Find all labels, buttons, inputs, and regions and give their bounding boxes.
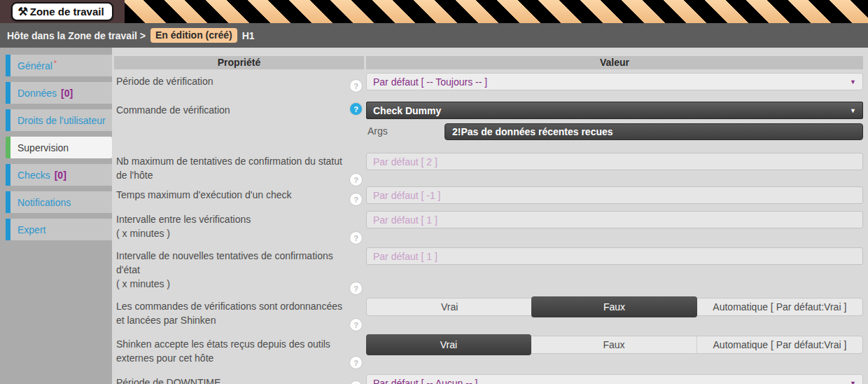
property-label: Commande de vérification [116, 104, 230, 116]
property-label-cell: Temps maximum d'exécution d'un check ? [114, 186, 364, 202]
property-label: Nb maximum de tentatives de confirmation… [116, 156, 342, 181]
check-timeout-input[interactable] [366, 186, 863, 204]
table-header: Propriété Valeur [114, 56, 863, 69]
property-label-cell: Intervalle de nouvelles tentatives de co… [114, 247, 364, 291]
breadcrumb-path: Hôte dans la Zone de travail > [7, 30, 146, 41]
help-icon[interactable]: ? [350, 103, 362, 115]
help-icon[interactable]: ? [350, 319, 362, 331]
table-row: Temps maximum d'exécution d'un check ? [114, 186, 863, 204]
help-icon[interactable]: ? [350, 381, 362, 384]
property-column-header: Propriété [114, 56, 364, 69]
help-icon[interactable]: ? [350, 174, 362, 186]
property-label: Période de vérification [116, 76, 214, 87]
args-input[interactable] [444, 123, 863, 140]
command-args-row: Args [366, 123, 863, 140]
sidebar-item-droits-utilisateur[interactable]: Droits de l'utilisateur [6, 109, 112, 131]
chevron-down-icon: ▼ [850, 107, 856, 114]
help-icon[interactable]: ? [350, 282, 362, 294]
sidebar-item-label: Droits de l'utilisateur [18, 115, 106, 126]
active-checks-toggle: Vrai Faux Automatique [ Par défaut:Vrai … [366, 298, 863, 316]
check-command-select[interactable]: Check Dummy ▼ [366, 102, 863, 119]
tools-icon: ⚒ [18, 6, 27, 18]
table-row: Les commandes de vérifications sont ordo… [114, 298, 863, 327]
max-check-attempts-input[interactable] [366, 153, 863, 170]
chevron-down-icon: ▼ [850, 380, 856, 384]
check-period-select[interactable]: Par défaut [ -- Toujours -- ] ▼ [366, 73, 863, 90]
property-label: Intervalle de nouvelles tentatives de co… [116, 249, 347, 277]
help-icon[interactable]: ? [350, 80, 362, 92]
help-icon[interactable]: ? [350, 193, 362, 205]
property-label-cell: Période de DOWNTIME ? [114, 374, 364, 384]
table-row: Période de vérification ? Par défaut [ -… [114, 73, 863, 90]
property-label-cell: Intervalle entre les vérifications ( x m… [114, 211, 364, 240]
table-row: Période de DOWNTIME ? Par défaut [ -- Au… [114, 374, 863, 384]
retry-interval-input[interactable] [366, 247, 863, 265]
sidebar-item-expert[interactable]: Expert [6, 219, 112, 240]
downtime-period-select[interactable]: Par défaut [ -- Aucun -- ] ▼ [366, 374, 863, 384]
value-column-header: Valeur [366, 56, 863, 69]
required-marker: * [54, 59, 57, 67]
help-icon[interactable]: ? [350, 232, 362, 244]
sidebar-item-donnees[interactable]: Données [0] [6, 82, 112, 104]
breadcrumb: Hôte dans la Zone de travail > En éditio… [0, 23, 868, 48]
sidebar-item-label: Supervision [18, 142, 69, 153]
toggle-option-automatique[interactable]: Automatique [ Par défaut:Vrai ] [696, 299, 862, 315]
property-label: Période de DOWNTIME [116, 377, 220, 384]
sidebar-item-label: Général [18, 60, 52, 71]
table-row: Commande de vérification ? Check Dummy ▼… [114, 102, 863, 140]
property-label-cell: Les commandes de vérifications sont ordo… [114, 298, 364, 327]
sidebar: Général * Données [0] Droits de l'utilis… [0, 48, 112, 384]
sidebar-item-label: Checks [18, 170, 50, 181]
selected-value: Check Dummy [373, 105, 441, 116]
property-label-cell: Commande de vérification ? [114, 102, 364, 117]
selected-value: Par défaut [ -- Toujours -- ] [373, 76, 487, 88]
sidebar-item-label: Notifications [18, 197, 71, 208]
check-interval-input[interactable] [366, 211, 863, 228]
toggle-option-automatique[interactable]: Automatique [ Par défaut:Vrai ] [696, 336, 862, 353]
help-icon[interactable]: ? [350, 357, 362, 369]
toggle-option-faux[interactable]: Faux [531, 336, 696, 353]
workspace-brand-block: ⚒ Zone de travail [0, 0, 125, 23]
item-count-badge: [0] [55, 170, 66, 181]
breadcrumb-item-name: H1 [242, 30, 255, 41]
property-label-cell: Nb maximum de tentatives de confirmation… [114, 153, 364, 182]
supervision-form: Propriété Valeur Période de vérification… [112, 48, 868, 384]
toggle-option-vrai[interactable]: Vrai [366, 334, 531, 355]
sidebar-item-notifications[interactable]: Notifications [6, 191, 112, 213]
property-label-line2: ( x minutes ) [116, 226, 347, 240]
sidebar-item-label: Expert [18, 224, 46, 235]
property-label-cell: Shinken accepte les états reçus depuis d… [114, 336, 364, 365]
property-label-cell: Période de vérification ? [114, 73, 364, 88]
top-stripes-banner: ⚒ Zone de travail [0, 0, 868, 23]
property-label: Les commandes de vérifications sont ordo… [116, 301, 342, 326]
workspace-button-label: Zone de travail [30, 6, 104, 18]
sidebar-item-checks[interactable]: Checks [0] [6, 164, 112, 186]
property-label: Temps maximum d'exécution d'un check [116, 189, 291, 200]
args-label: Args [366, 123, 444, 140]
toggle-option-vrai[interactable]: Vrai [367, 299, 532, 315]
sidebar-item-label: Données [18, 88, 57, 99]
table-row: Intervalle entre les vérifications ( x m… [114, 211, 863, 240]
passive-checks-toggle: Vrai Faux Automatique [ Par défaut:Vrai … [366, 336, 863, 354]
table-row: Nb maximum de tentatives de confirmation… [114, 153, 863, 182]
toggle-option-faux[interactable]: Faux [531, 296, 696, 317]
sidebar-item-supervision[interactable]: Supervision [6, 137, 112, 158]
property-label-line2: ( x minutes ) [116, 277, 347, 291]
workspace-button[interactable]: ⚒ Zone de travail [11, 2, 113, 21]
property-label: Shinken accepte les états reçus depuis d… [116, 338, 330, 364]
chevron-down-icon: ▼ [850, 78, 856, 85]
table-row: Shinken accepte les états reçus depuis d… [114, 336, 863, 365]
item-count-badge: [0] [61, 88, 73, 99]
sidebar-item-general[interactable]: Général * [6, 55, 112, 76]
selected-value: Par défaut [ -- Aucun -- ] [373, 378, 477, 384]
status-badge: En édition (créé) [150, 28, 237, 43]
property-label: Intervalle entre les vérifications [116, 212, 347, 226]
table-row: Intervalle de nouvelles tentatives de co… [114, 247, 863, 291]
